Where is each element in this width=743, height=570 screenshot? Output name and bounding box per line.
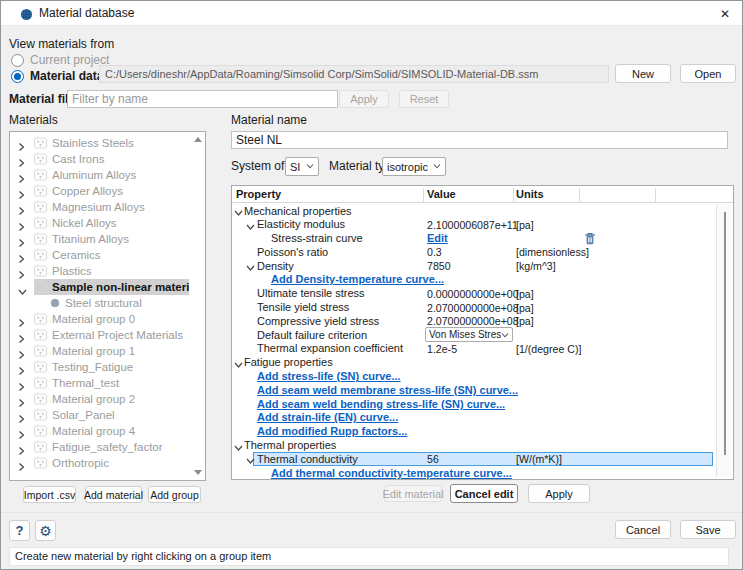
close-icon[interactable]: ✕ [716, 5, 734, 23]
add-material-button[interactable]: Add material [85, 486, 142, 503]
tree-item-magnesium-alloys[interactable]: Magnesium Alloys [10, 199, 205, 215]
chevron-collapsed-icon[interactable] [18, 426, 27, 436]
units-select[interactable]: SI [285, 157, 319, 176]
property-row-mechanical-properties[interactable]: Mechanical properties [232, 204, 733, 218]
material-database-radio[interactable] [11, 70, 24, 83]
filter-input[interactable] [67, 90, 338, 108]
property-value[interactable]: 2.1000006087e+11 [427, 219, 518, 231]
property-add-curve-link[interactable]: Add seam weld membrane stress-life (SN) … [257, 384, 518, 396]
save-button[interactable]: Save [680, 520, 736, 539]
property-add-curve-link[interactable]: Add modified Rupp factors... [257, 425, 407, 437]
chevron-collapsed-icon[interactable] [18, 266, 27, 276]
tree-item-copper-alloys[interactable]: Copper Alloys [10, 183, 205, 199]
tree-item-solar-panel[interactable]: Solar_Panel [10, 407, 205, 423]
chevron-collapsed-icon[interactable] [18, 458, 27, 468]
property-row-add-density-temperature-curve[interactable]: Add Density-temperature curve... [232, 273, 733, 287]
property-row-add-strain-life-en-curve[interactable]: Add strain-life (EN) curve... [232, 411, 733, 425]
chevron-collapsed-icon[interactable] [18, 362, 27, 372]
tree-item-cast-irons[interactable]: Cast Irons [10, 151, 205, 167]
chevron-expanded-icon[interactable] [246, 455, 255, 463]
property-value[interactable]: 7850 [427, 260, 451, 272]
trash-icon[interactable] [584, 232, 596, 245]
property-row-add-stress-life-sn-curve[interactable]: Add stress-life (SN) curve... [232, 370, 733, 384]
property-add-curve-link[interactable]: Add stress-life (SN) curve... [257, 370, 401, 382]
scroll-down-icon[interactable] [194, 470, 202, 475]
tree-item-stainless-steels[interactable]: Stainless Steels [10, 135, 205, 151]
material-type-select[interactable]: isotropic [382, 157, 446, 176]
chevron-expanded-icon[interactable] [246, 262, 255, 270]
property-add-curve-link[interactable]: Add seam weld bending stress-life (SN) c… [257, 398, 505, 410]
edit-material-button[interactable]: Edit material [384, 485, 442, 502]
chevron-collapsed-icon[interactable] [18, 330, 27, 340]
property-value[interactable]: 56 [427, 453, 439, 465]
import-csv-button[interactable]: Import .csv [23, 486, 76, 503]
new-button[interactable]: New [615, 64, 671, 83]
scrollbar-thumb[interactable] [724, 212, 726, 455]
tree-item-steel-structural[interactable]: Steel structural [10, 295, 205, 311]
property-row-stress-strain-curve[interactable]: Stress-strain curveEdit [232, 232, 733, 246]
property-value[interactable]: 2.0700000000e+08 [427, 302, 519, 314]
chevron-collapsed-icon[interactable] [18, 378, 27, 388]
chevron-expanded-icon[interactable] [234, 359, 243, 367]
open-button[interactable]: Open [680, 64, 736, 83]
chevron-collapsed-icon[interactable] [18, 154, 27, 164]
tree-item-titanium-alloys[interactable]: Titanium Alloys [10, 231, 205, 247]
tree-item-sample-non-linear-materials[interactable]: Sample non-linear materials [10, 279, 205, 295]
chevron-collapsed-icon[interactable] [18, 186, 27, 196]
tree-scrollbar[interactable] [191, 133, 204, 479]
tree-item-orthotropic[interactable]: Orthotropic [10, 455, 205, 471]
table-scrollbar[interactable] [716, 204, 731, 477]
tree-item-nickel-alloys[interactable]: Nickel Alloys [10, 215, 205, 231]
chevron-expanded-icon[interactable] [234, 442, 243, 450]
editor-apply-button[interactable]: Apply [528, 484, 590, 503]
cancel-edit-button[interactable]: Cancel edit [450, 484, 518, 503]
property-value[interactable]: 0.0000000000e+00 [427, 288, 519, 300]
property-row-poisson-s-ratio[interactable]: Poisson's ratio0.3[dimensionless] [232, 245, 733, 259]
chevron-collapsed-icon[interactable] [18, 394, 27, 404]
chevron-collapsed-icon[interactable] [18, 170, 27, 180]
chevron-expanded-icon[interactable] [18, 282, 27, 292]
property-row-thermal-expansion-coefficient[interactable]: Thermal expansion coefficient1.2e-5[1/(d… [232, 342, 733, 356]
current-project-label[interactable]: Current project [30, 53, 109, 67]
property-row-add-seam-weld-membrane-stress-life-sn-curve[interactable]: Add seam weld membrane stress-life (SN) … [232, 383, 733, 397]
property-row-default-failure-criterion[interactable]: Default failure criterionVon Mises Stres… [232, 328, 733, 342]
chevron-expanded-icon[interactable] [246, 221, 255, 229]
tree-item-material-group-2[interactable]: Material group 2 [10, 391, 205, 407]
chevron-collapsed-icon[interactable] [18, 442, 27, 452]
property-row-elasticity-modulus[interactable]: Elasticity modulus2.1000006087e+11[pa] [232, 218, 733, 232]
property-add-curve-link[interactable]: Add strain-life (EN) curve... [257, 411, 398, 423]
scroll-up-icon[interactable] [194, 137, 202, 142]
chevron-collapsed-icon[interactable] [18, 346, 27, 356]
property-value[interactable]: 1.2e-5 [427, 343, 457, 355]
property-row-add-seam-weld-bending-stress-life-sn-curve[interactable]: Add seam weld bending stress-life (SN) c… [232, 397, 733, 411]
property-row-density[interactable]: Density7850[kg/m^3] [232, 259, 733, 273]
property-row-thermal-properties[interactable]: Thermal properties [232, 439, 733, 453]
property-row-fatigue-properties[interactable]: Fatigue properties [232, 356, 733, 370]
property-row-add-modified-rupp-factors[interactable]: Add modified Rupp factors... [232, 425, 733, 439]
failure-criterion-select[interactable]: Von Mises Stress [425, 327, 513, 342]
property-add-curve-link[interactable]: Add Density-temperature curve... [271, 273, 444, 285]
property-add-curve-link[interactable]: Add thermal conductivity-temperature cur… [271, 467, 512, 479]
property-row-compressive-yield-stress[interactable]: Compressive yield stress2.0700000000e+08… [232, 314, 733, 328]
cancel-button[interactable]: Cancel [615, 520, 671, 539]
material-name-input[interactable] [231, 131, 728, 149]
chevron-collapsed-icon[interactable] [18, 202, 27, 212]
property-row-thermal-conductivity[interactable]: Thermal conductivity56[W/(m*K)] [232, 452, 733, 466]
tree-item-ceramics[interactable]: Ceramics [10, 247, 205, 263]
tree-item-material-group-4[interactable]: Material group 4 [10, 423, 205, 439]
tree-item-aluminum-alloys[interactable]: Aluminum Alloys [10, 167, 205, 183]
property-row-tensile-yield-stress[interactable]: Tensile yield stress2.0700000000e+08[pa] [232, 301, 733, 315]
current-project-radio[interactable] [11, 54, 24, 67]
help-button[interactable]: ? [9, 520, 30, 541]
chevron-collapsed-icon[interactable] [18, 250, 27, 260]
chevron-collapsed-icon[interactable] [18, 410, 27, 420]
property-row-add-thermal-conductivity-temperature-curve[interactable]: Add thermal conductivity-temperature cur… [232, 466, 733, 480]
tree-item-plastics[interactable]: Plastics [10, 263, 205, 279]
filter-apply-button[interactable]: Apply [339, 90, 389, 108]
tree-item-thermal-test[interactable]: Thermal_test [10, 375, 205, 391]
filter-reset-button[interactable]: Reset [399, 90, 449, 108]
settings-button[interactable]: ⚙ [35, 520, 56, 541]
tree-item-testing-fatigue[interactable]: Testing_Fatigue [10, 359, 205, 375]
property-row-ultimate-tensile-stress[interactable]: Ultimate tensile stress0.0000000000e+00[… [232, 287, 733, 301]
chevron-collapsed-icon[interactable] [18, 138, 27, 148]
